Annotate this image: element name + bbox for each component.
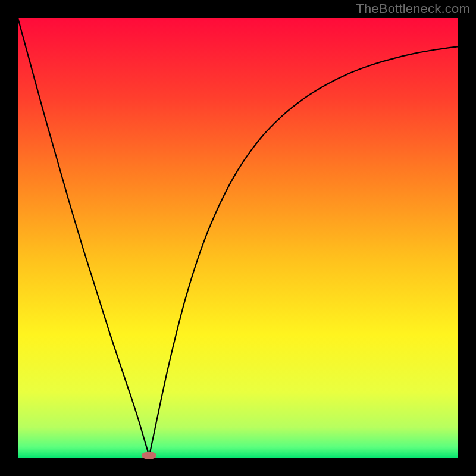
- optimum-marker: [142, 452, 156, 459]
- chart-frame: TheBottleneck.com: [0, 0, 476, 476]
- plot-background: [18, 18, 458, 458]
- watermark-text: TheBottleneck.com: [356, 1, 470, 17]
- bottleneck-chart: [0, 0, 476, 476]
